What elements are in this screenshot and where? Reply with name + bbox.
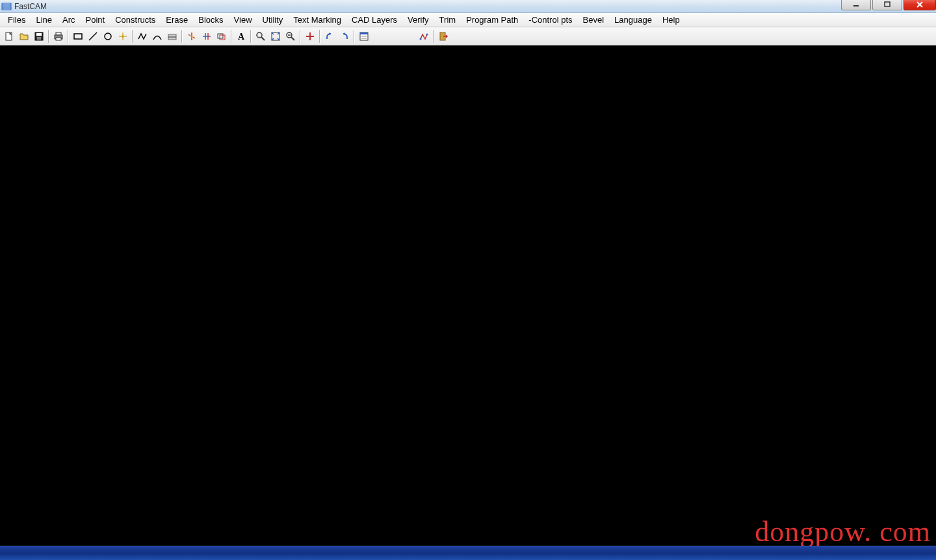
svg-rect-12: [37, 37, 41, 40]
menu-line[interactable]: Line: [31, 14, 57, 26]
menu-trim[interactable]: Trim: [434, 14, 462, 26]
save-icon[interactable]: [32, 29, 46, 44]
line-icon[interactable]: [86, 29, 100, 44]
toolbar-separator: [181, 30, 183, 43]
menu-view[interactable]: View: [229, 14, 257, 26]
path-icon[interactable]: [417, 29, 431, 44]
point-icon[interactable]: [116, 29, 130, 44]
svg-rect-6: [885, 2, 890, 6]
toolbar-separator: [48, 30, 49, 43]
svg-rect-27: [218, 34, 223, 38]
zoom-extents-icon[interactable]: [268, 29, 283, 44]
exit-icon[interactable]: [436, 29, 450, 44]
properties-icon[interactable]: [357, 29, 371, 44]
print-icon[interactable]: [51, 29, 66, 44]
svg-rect-13: [56, 32, 61, 35]
offset-icon[interactable]: [214, 29, 229, 44]
menu-cad-layers[interactable]: CAD Layers: [346, 14, 402, 26]
svg-point-18: [105, 33, 111, 40]
svg-rect-16: [74, 34, 82, 39]
svg-line-17: [89, 32, 97, 40]
svg-text:A: A: [238, 32, 245, 42]
svg-rect-15: [56, 38, 61, 40]
svg-point-44: [426, 33, 428, 35]
svg-rect-32: [257, 33, 261, 37]
circle-icon[interactable]: [101, 29, 115, 44]
statusbar: [0, 546, 936, 560]
open-icon[interactable]: [17, 29, 31, 44]
svg-line-31: [261, 37, 265, 40]
explode-icon[interactable]: [185, 29, 199, 44]
toolbar-separator: [250, 30, 252, 43]
toolbar-separator: [300, 30, 301, 43]
redo-icon[interactable]: [337, 29, 352, 44]
fillet-icon[interactable]: [165, 29, 179, 44]
menu-verify[interactable]: Verify: [402, 14, 434, 26]
polyline-icon[interactable]: [135, 29, 150, 44]
svg-point-23: [191, 35, 193, 37]
menu-language[interactable]: Language: [609, 14, 657, 26]
zoom-window-icon[interactable]: [254, 29, 268, 44]
menu-arc[interactable]: Arc: [57, 14, 81, 26]
menu-erase[interactable]: Erase: [161, 14, 193, 26]
toolbar: A: [0, 27, 936, 45]
new-icon[interactable]: [2, 29, 16, 44]
svg-line-35: [291, 37, 294, 40]
svg-rect-40: [360, 32, 368, 34]
menu-blocks[interactable]: Blocks: [193, 14, 228, 26]
undo-icon[interactable]: [322, 29, 337, 44]
svg-rect-11: [36, 33, 42, 36]
toolbar-separator: [132, 30, 133, 43]
menu-control-pts[interactable]: -Control pts: [523, 14, 577, 26]
arc-icon[interactable]: [150, 29, 164, 44]
app-title: FastCAM: [14, 2, 47, 11]
menu-files[interactable]: Files: [3, 14, 31, 26]
maximize-button[interactable]: [872, 0, 902, 10]
menubar: Files Line Arc Point Constructs Erase Bl…: [0, 13, 936, 27]
close-button[interactable]: [904, 0, 936, 10]
crosshair-icon[interactable]: [303, 29, 317, 44]
toolbar-separator: [433, 30, 434, 43]
menu-help[interactable]: Help: [657, 14, 685, 26]
menu-bevel[interactable]: Bevel: [578, 14, 610, 26]
menu-constructs[interactable]: Constructs: [110, 14, 161, 26]
toolbar-separator: [68, 30, 69, 43]
svg-rect-28: [220, 35, 225, 40]
titlebar: FastCAM: [0, 0, 936, 13]
menu-utility[interactable]: Utility: [257, 14, 289, 26]
drawing-canvas[interactable]: [3, 45, 933, 544]
text-icon[interactable]: A: [234, 29, 248, 44]
app-icon: [1, 1, 12, 12]
minimize-button[interactable]: [841, 0, 871, 10]
trim-icon[interactable]: [200, 29, 214, 44]
zoom-out-icon[interactable]: [283, 29, 298, 44]
menu-program-path[interactable]: Program Path: [461, 14, 523, 26]
window-controls: [841, 0, 936, 10]
toolbar-separator: [319, 30, 320, 43]
toolbar-separator: [231, 30, 232, 43]
menu-text-marking[interactable]: Text Marking: [288, 14, 346, 26]
toolbar-separator: [354, 30, 355, 43]
svg-point-43: [420, 38, 422, 40]
rectangle-icon[interactable]: [71, 29, 85, 44]
menu-point[interactable]: Point: [81, 14, 110, 26]
